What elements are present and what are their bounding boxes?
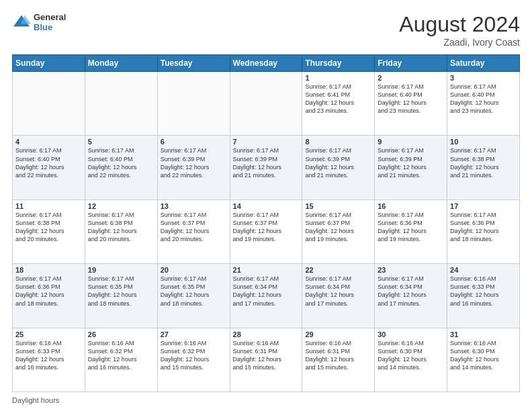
logo-icon xyxy=(12,13,31,32)
calendar-body: 1Sunrise: 6:17 AM Sunset: 6:41 PM Daylig… xyxy=(13,72,520,392)
day-info: Sunrise: 6:17 AM Sunset: 6:40 PM Dayligh… xyxy=(88,146,154,179)
month-year: August 2024 xyxy=(399,12,520,37)
day-number: 18 xyxy=(15,266,82,274)
day-header-wednesday: Wednesday xyxy=(230,55,302,72)
calendar-cell: 7Sunrise: 6:17 AM Sunset: 6:39 PM Daylig… xyxy=(230,136,302,199)
day-info: Sunrise: 6:16 AM Sunset: 6:32 PM Dayligh… xyxy=(88,339,154,372)
day-info: Sunrise: 6:17 AM Sunset: 6:35 PM Dayligh… xyxy=(161,275,227,308)
week-row-2: 4Sunrise: 6:17 AM Sunset: 6:40 PM Daylig… xyxy=(13,136,520,199)
header: General Blue August 2024 Zaadi, Ivory Co… xyxy=(12,12,520,48)
day-number: 10 xyxy=(450,138,517,146)
day-number: 13 xyxy=(161,202,227,210)
day-number: 24 xyxy=(450,266,517,274)
day-info: Sunrise: 6:17 AM Sunset: 6:36 PM Dayligh… xyxy=(450,211,517,244)
logo: General Blue xyxy=(12,12,66,32)
day-number: 21 xyxy=(233,266,300,274)
day-info: Sunrise: 6:16 AM Sunset: 6:31 PM Dayligh… xyxy=(233,339,300,372)
day-info: Sunrise: 6:16 AM Sunset: 6:31 PM Dayligh… xyxy=(305,339,371,372)
day-number: 17 xyxy=(450,202,517,210)
day-number: 31 xyxy=(450,330,517,338)
calendar-cell: 8Sunrise: 6:17 AM Sunset: 6:39 PM Daylig… xyxy=(302,136,375,199)
calendar-cell: 18Sunrise: 6:17 AM Sunset: 6:36 PM Dayli… xyxy=(13,264,85,328)
week-row-1: 1Sunrise: 6:17 AM Sunset: 6:41 PM Daylig… xyxy=(13,72,520,136)
calendar-cell: 2Sunrise: 6:17 AM Sunset: 6:40 PM Daylig… xyxy=(375,72,447,136)
calendar-header: SundayMondayTuesdayWednesdayThursdayFrid… xyxy=(13,55,520,72)
calendar-cell: 29Sunrise: 6:16 AM Sunset: 6:31 PM Dayli… xyxy=(302,328,375,392)
calendar-table: SundayMondayTuesdayWednesdayThursdayFrid… xyxy=(12,54,520,392)
day-header-saturday: Saturday xyxy=(447,55,520,72)
day-number: 15 xyxy=(305,202,371,210)
day-number: 4 xyxy=(15,138,82,146)
calendar-cell: 27Sunrise: 6:16 AM Sunset: 6:32 PM Dayli… xyxy=(157,328,230,392)
day-info: Sunrise: 6:17 AM Sunset: 6:36 PM Dayligh… xyxy=(15,275,82,308)
day-info: Sunrise: 6:16 AM Sunset: 6:33 PM Dayligh… xyxy=(450,275,517,308)
day-info: Sunrise: 6:17 AM Sunset: 6:34 PM Dayligh… xyxy=(378,275,444,308)
page: General Blue August 2024 Zaadi, Ivory Co… xyxy=(0,0,532,411)
day-info: Sunrise: 6:17 AM Sunset: 6:38 PM Dayligh… xyxy=(450,146,517,179)
day-number: 28 xyxy=(233,330,300,338)
day-header-friday: Friday xyxy=(375,55,447,72)
day-info: Sunrise: 6:17 AM Sunset: 6:35 PM Dayligh… xyxy=(88,275,154,308)
calendar-cell: 16Sunrise: 6:17 AM Sunset: 6:36 PM Dayli… xyxy=(375,199,447,263)
day-number: 3 xyxy=(450,74,517,82)
day-number: 20 xyxy=(161,266,227,274)
daylight-label: Daylight hours xyxy=(12,396,59,404)
day-number: 9 xyxy=(378,138,444,146)
day-number: 5 xyxy=(88,138,154,146)
day-info: Sunrise: 6:17 AM Sunset: 6:34 PM Dayligh… xyxy=(233,275,300,308)
day-number: 25 xyxy=(15,330,82,338)
calendar-cell: 9Sunrise: 6:17 AM Sunset: 6:39 PM Daylig… xyxy=(375,136,447,199)
day-number: 19 xyxy=(88,266,154,274)
day-info: Sunrise: 6:17 AM Sunset: 6:37 PM Dayligh… xyxy=(305,211,371,244)
calendar-cell xyxy=(85,72,157,136)
calendar-cell: 6Sunrise: 6:17 AM Sunset: 6:39 PM Daylig… xyxy=(157,136,230,199)
location: Zaadi, Ivory Coast xyxy=(399,37,520,48)
calendar-cell: 13Sunrise: 6:17 AM Sunset: 6:37 PM Dayli… xyxy=(157,199,230,263)
day-number: 16 xyxy=(378,202,444,210)
day-info: Sunrise: 6:17 AM Sunset: 6:40 PM Dayligh… xyxy=(450,83,517,116)
calendar-cell: 25Sunrise: 6:16 AM Sunset: 6:33 PM Dayli… xyxy=(13,328,85,392)
day-header-sunday: Sunday xyxy=(13,55,85,72)
day-info: Sunrise: 6:17 AM Sunset: 6:40 PM Dayligh… xyxy=(378,83,444,116)
calendar-cell: 26Sunrise: 6:16 AM Sunset: 6:32 PM Dayli… xyxy=(85,328,157,392)
calendar-cell: 17Sunrise: 6:17 AM Sunset: 6:36 PM Dayli… xyxy=(447,199,520,263)
calendar-cell: 21Sunrise: 6:17 AM Sunset: 6:34 PM Dayli… xyxy=(230,264,302,328)
calendar-cell: 11Sunrise: 6:17 AM Sunset: 6:38 PM Dayli… xyxy=(13,199,85,263)
day-number: 12 xyxy=(88,202,154,210)
day-number: 11 xyxy=(15,202,82,210)
calendar-cell: 12Sunrise: 6:17 AM Sunset: 6:38 PM Dayli… xyxy=(85,199,157,263)
calendar-cell: 3Sunrise: 6:17 AM Sunset: 6:40 PM Daylig… xyxy=(447,72,520,136)
day-info: Sunrise: 6:16 AM Sunset: 6:32 PM Dayligh… xyxy=(161,339,227,372)
calendar-cell: 20Sunrise: 6:17 AM Sunset: 6:35 PM Dayli… xyxy=(157,264,230,328)
title-block: August 2024 Zaadi, Ivory Coast xyxy=(399,12,520,48)
day-number: 7 xyxy=(233,138,300,146)
day-header-thursday: Thursday xyxy=(302,55,375,72)
calendar-cell: 31Sunrise: 6:16 AM Sunset: 6:30 PM Dayli… xyxy=(447,328,520,392)
logo-general: General xyxy=(34,12,66,22)
week-row-5: 25Sunrise: 6:16 AM Sunset: 6:33 PM Dayli… xyxy=(13,328,520,392)
logo-blue: Blue xyxy=(34,22,66,32)
footer: Daylight hours xyxy=(12,396,520,404)
calendar-cell: 1Sunrise: 6:17 AM Sunset: 6:41 PM Daylig… xyxy=(302,72,375,136)
day-number: 30 xyxy=(378,330,444,338)
day-number: 14 xyxy=(233,202,300,210)
day-info: Sunrise: 6:17 AM Sunset: 6:36 PM Dayligh… xyxy=(378,211,444,244)
calendar-cell: 30Sunrise: 6:16 AM Sunset: 6:30 PM Dayli… xyxy=(375,328,447,392)
calendar-cell: 23Sunrise: 6:17 AM Sunset: 6:34 PM Dayli… xyxy=(375,264,447,328)
week-row-4: 18Sunrise: 6:17 AM Sunset: 6:36 PM Dayli… xyxy=(13,264,520,328)
day-info: Sunrise: 6:17 AM Sunset: 6:39 PM Dayligh… xyxy=(161,146,227,179)
day-info: Sunrise: 6:17 AM Sunset: 6:38 PM Dayligh… xyxy=(15,211,82,244)
day-info: Sunrise: 6:16 AM Sunset: 6:30 PM Dayligh… xyxy=(378,339,444,372)
week-row-3: 11Sunrise: 6:17 AM Sunset: 6:38 PM Dayli… xyxy=(13,199,520,263)
day-info: Sunrise: 6:16 AM Sunset: 6:30 PM Dayligh… xyxy=(450,339,517,372)
calendar-cell: 19Sunrise: 6:17 AM Sunset: 6:35 PM Dayli… xyxy=(85,264,157,328)
day-info: Sunrise: 6:17 AM Sunset: 6:40 PM Dayligh… xyxy=(15,146,82,179)
day-number: 29 xyxy=(305,330,371,338)
day-info: Sunrise: 6:17 AM Sunset: 6:39 PM Dayligh… xyxy=(378,146,444,179)
day-header-tuesday: Tuesday xyxy=(157,55,230,72)
day-info: Sunrise: 6:17 AM Sunset: 6:41 PM Dayligh… xyxy=(305,83,371,116)
day-info: Sunrise: 6:17 AM Sunset: 6:39 PM Dayligh… xyxy=(305,146,371,179)
day-number: 27 xyxy=(161,330,227,338)
day-info: Sunrise: 6:16 AM Sunset: 6:33 PM Dayligh… xyxy=(15,339,82,372)
calendar-cell: 24Sunrise: 6:16 AM Sunset: 6:33 PM Dayli… xyxy=(447,264,520,328)
